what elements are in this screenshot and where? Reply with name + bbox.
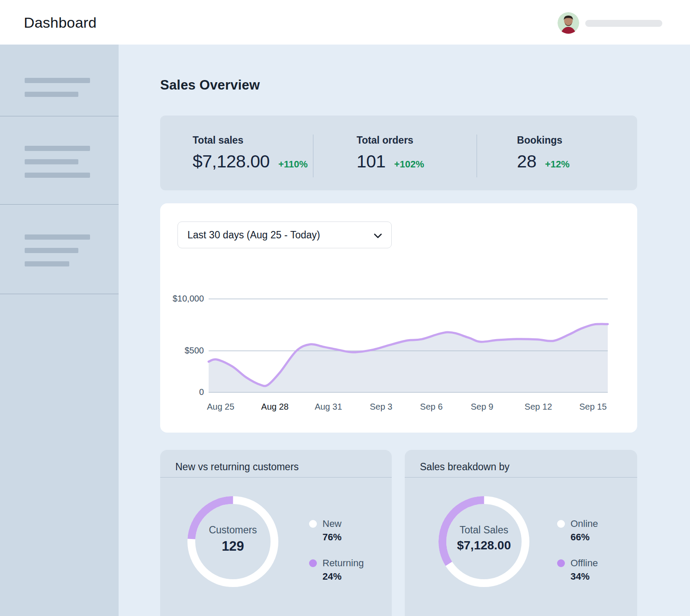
donut-legend: Online 66% Offline 34% <box>557 518 598 582</box>
sidebar-skeleton-bar <box>25 78 90 83</box>
donut-center-label: Customers <box>185 524 281 536</box>
legend-item: Returning 24% <box>309 558 364 582</box>
sidebar-skeleton-bar <box>25 92 78 97</box>
legend-value: 66% <box>571 532 598 543</box>
x-axis-label: Sep 6 <box>420 402 442 412</box>
legend-dot-offline <box>557 559 565 567</box>
legend-value: 34% <box>571 571 598 582</box>
y-axis-label: 0 <box>161 387 204 397</box>
stat-value: 28 <box>517 151 536 172</box>
card-sales-breakdown: Sales breakdown by Total Sales $7,128.00… <box>405 450 637 616</box>
legend-label: Returning <box>322 558 364 569</box>
stat-value: 101 <box>357 151 386 172</box>
sidebar-skeleton-bar <box>25 146 90 151</box>
donut-center-label: Total Sales <box>436 524 532 536</box>
sidebar-divider <box>0 204 119 205</box>
donut-center-value: 129 <box>185 539 281 554</box>
legend-value: 76% <box>322 532 364 543</box>
stat-bookings: Bookings 28 +12% <box>477 116 637 190</box>
avatar[interactable] <box>558 12 579 34</box>
section-heading: Sales Overview <box>160 77 260 93</box>
app-header: Dashboard <box>0 0 690 45</box>
legend-dot-online <box>557 520 565 528</box>
legend-dot-returning <box>309 559 317 567</box>
card-new-vs-returning: New vs returning customers Customers 129… <box>160 450 392 616</box>
stat-value: $7,128.00 <box>193 151 270 172</box>
sidebar-skeleton-bar <box>25 234 90 240</box>
x-axis-label: Sep 15 <box>579 402 606 412</box>
sidebar-skeleton-bar <box>25 173 90 178</box>
donut-center: Customers 129 <box>185 524 281 554</box>
area-chart <box>160 203 637 433</box>
legend-label: Offline <box>571 558 598 569</box>
sidebar-divider <box>0 294 119 294</box>
x-axis-label: Sep 9 <box>471 402 493 412</box>
legend-item: Online 66% <box>557 518 598 543</box>
legend-value: 24% <box>322 571 364 582</box>
stat-delta: +102% <box>394 159 424 170</box>
stat-total-sales: Total sales $7,128.00 +110% <box>160 116 313 190</box>
y-axis-label: $10,000 <box>161 294 204 304</box>
legend-label: Online <box>571 518 598 529</box>
page-title: Dashboard <box>24 14 97 31</box>
header-skeleton-bar <box>585 20 662 27</box>
y-axis-label: $500 <box>161 346 204 356</box>
x-axis-label: Aug 31 <box>315 402 342 412</box>
stat-total-orders: Total orders 101 +102% <box>313 116 477 190</box>
sidebar-skeleton-bar <box>25 159 78 164</box>
stat-label: Total orders <box>357 135 477 146</box>
sidebar-divider <box>0 116 119 116</box>
legend-item: Offline 34% <box>557 558 598 582</box>
x-axis-label: Aug 25 <box>207 402 234 412</box>
x-axis-label: Aug 28 <box>261 402 288 412</box>
donut-center-value: $7,128.00 <box>436 539 532 552</box>
avatar-image <box>558 12 579 34</box>
donut-legend: New 76% Returning 24% <box>309 518 364 582</box>
sidebar-skeleton-bar <box>25 248 78 253</box>
main-content: Sales Overview Total sales $7,128.00 +11… <box>119 45 690 616</box>
donut-center: Total Sales $7,128.00 <box>436 524 532 552</box>
legend-dot-new <box>309 520 317 528</box>
stat-label: Total sales <box>193 135 313 146</box>
stat-label: Bookings <box>517 135 637 146</box>
legend-item: New 76% <box>309 518 364 543</box>
sidebar <box>0 45 119 616</box>
dashboard-page: { "header": { "title": "Dashboard" }, "m… <box>0 0 690 616</box>
legend-label: New <box>322 518 364 529</box>
x-axis-label: Sep 12 <box>525 402 552 412</box>
x-axis-label: Sep 3 <box>370 402 392 412</box>
stat-delta: +12% <box>545 159 570 170</box>
area-fill <box>209 324 608 392</box>
sales-chart-card: Last 30 days (Aug 25 - Today) 0$500$10,0… <box>160 203 637 433</box>
sidebar-skeleton-bar <box>25 261 69 266</box>
stat-delta: +110% <box>278 159 308 170</box>
stats-bar: Total sales $7,128.00 +110% Total orders… <box>160 116 637 190</box>
